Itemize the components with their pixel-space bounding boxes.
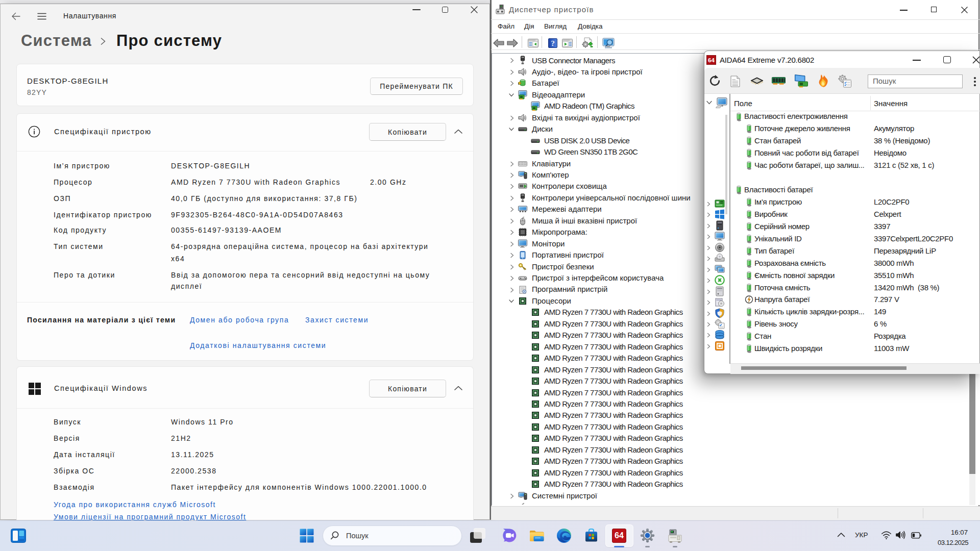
- svg-text:?: ?: [551, 39, 555, 47]
